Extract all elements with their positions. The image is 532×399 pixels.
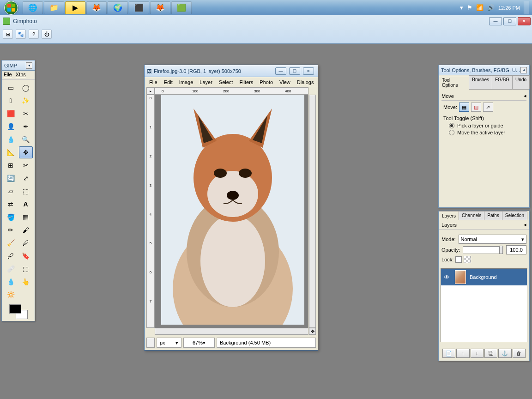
toolbox-menu-xtns[interactable]: Xtns [16, 72, 26, 79]
measure-tool[interactable]: 📐 [4, 146, 18, 158]
lower-layer-button[interactable]: ↓ [471, 349, 484, 358]
taskbar-gimphoto-icon[interactable]: 🟩 [171, 1, 192, 14]
menu-image[interactable]: Image [176, 79, 196, 86]
scale-tool[interactable]: ⤢ [19, 172, 33, 184]
toolbox-menu-icon[interactable]: ◂ [26, 62, 32, 69]
tray-chevron-icon[interactable]: ▾ [460, 4, 463, 11]
perspective-tool[interactable]: ⬚ [19, 185, 33, 197]
clone-tool[interactable]: 🔖 [19, 250, 33, 262]
minimize-button[interactable]: — [489, 17, 502, 25]
menu-select[interactable]: Select [216, 79, 236, 86]
shear-tool[interactable]: ▱ [4, 185, 18, 197]
crop-tool[interactable]: ✂ [19, 159, 33, 171]
vertical-ruler[interactable]: 0 1 2 3 4 5 6 7 [146, 95, 155, 328]
dodge-tool[interactable]: 🔆 [4, 289, 18, 301]
color-select-tool[interactable]: 🟥 [4, 108, 18, 120]
taskbar-firefox-icon[interactable]: 🦊 [86, 1, 107, 14]
layer-row[interactable]: 👁 Background [441, 269, 527, 285]
new-layer-button[interactable]: 📄 [442, 349, 455, 358]
mode-select[interactable]: Normal▾ [459, 235, 526, 244]
toolbar-btn-1[interactable]: ⊞ [3, 30, 13, 39]
unit-selector[interactable]: px▾ [157, 338, 181, 348]
tab-paths[interactable]: Paths [484, 211, 502, 220]
radio-pick-layer[interactable]: Pick a layer or guide [449, 123, 526, 128]
ellipse-select-tool[interactable]: ◯ [19, 82, 33, 94]
lock-alpha-icon[interactable] [464, 256, 471, 263]
layers-menu-icon[interactable]: ◂ [524, 222, 526, 228]
paths-tool[interactable]: ✒ [19, 121, 33, 133]
text-tool[interactable]: A [19, 198, 33, 210]
tool-options-titlebar[interactable]: Tool Options, Brushes, FG/BG, U... ◂ [439, 65, 529, 75]
taskbar-explorer-icon[interactable]: 📁 [44, 1, 64, 14]
scissors-tool[interactable]: ✂ [19, 108, 33, 120]
tab-fgbg[interactable]: FG/BG [492, 75, 513, 89]
toolbar-help-btn[interactable]: ? [29, 30, 39, 39]
toolbox-titlebar[interactable]: GIMP ◂ [2, 60, 35, 71]
anchor-layer-button[interactable]: ⚓ [498, 349, 511, 358]
toolbox-menu-file[interactable]: File [4, 72, 12, 79]
tray-network-icon[interactable]: 📶 [476, 4, 484, 11]
tab-channels[interactable]: Channels [459, 211, 484, 220]
menu-dialogs[interactable]: Dialogs [294, 79, 317, 86]
tab-undo[interactable]: Undo [512, 75, 530, 89]
smudge-tool[interactable]: 👆 [19, 276, 33, 288]
blend-tool[interactable]: ▦ [19, 211, 33, 223]
flip-tool[interactable]: ⇄ [4, 198, 18, 210]
tab-brushes[interactable]: Brushes [469, 75, 492, 89]
horizontal-scrollbar[interactable] [155, 328, 308, 335]
bucket-tool[interactable]: 🪣 [4, 211, 18, 223]
image-close-button[interactable]: ✕ [303, 67, 314, 75]
ruler-origin[interactable]: ▸ [146, 87, 155, 95]
pencil-tool[interactable]: ✏ [4, 224, 18, 236]
tray-volume-icon[interactable]: 🔊 [487, 4, 495, 11]
menu-file[interactable]: File [146, 79, 160, 86]
menu-photo[interactable]: Photo [257, 79, 276, 86]
taskbar-app2-icon[interactable]: 🦊 [150, 1, 170, 14]
tab-layers[interactable]: Layers [439, 212, 459, 220]
maximize-button[interactable]: ☐ [503, 17, 516, 25]
quickmask-toggle[interactable] [146, 338, 155, 348]
tab-selection[interactable]: Selection [502, 211, 527, 220]
toolbar-power-btn[interactable]: ⏻ [42, 30, 52, 39]
delete-layer-button[interactable]: 🗑 [513, 349, 526, 358]
radio-move-active[interactable]: Move the active layer [449, 130, 526, 135]
taskbar-mediaplayer-icon[interactable]: ▶ [65, 1, 85, 14]
opacity-slider[interactable] [463, 246, 503, 254]
duplicate-layer-button[interactable]: ⿻ [484, 349, 497, 358]
perspective-clone-tool[interactable]: ⬚ [19, 263, 33, 275]
tray-flag-icon[interactable]: ⚑ [467, 4, 472, 11]
eraser-tool[interactable]: 🧹 [4, 237, 18, 249]
canvas[interactable] [155, 95, 308, 328]
panel-menu-icon[interactable]: ◂ [520, 67, 527, 73]
vertical-scrollbar[interactable] [309, 95, 316, 328]
visibility-icon[interactable]: 👁 [444, 274, 451, 281]
toolbar-btn-2[interactable]: 🐾 [16, 30, 26, 39]
menu-edit[interactable]: Edit [161, 79, 175, 86]
taskbar-ie-icon[interactable]: 🌐 [23, 1, 43, 14]
start-button[interactable] [0, 0, 22, 15]
blur-tool[interactable]: 💧 [4, 276, 18, 288]
image-maximize-button[interactable]: ☐ [289, 67, 300, 75]
move-tool[interactable]: ✥ [19, 146, 33, 158]
lock-pixels-checkbox[interactable] [455, 256, 462, 263]
color-picker-tool[interactable]: 💧 [4, 133, 18, 145]
airbrush-tool[interactable]: 🖊 [19, 237, 33, 249]
menu-layer[interactable]: Layer [197, 79, 215, 86]
taskbar-chrome-icon[interactable]: 🌍 [108, 1, 128, 14]
menu-view[interactable]: View [277, 79, 293, 86]
zoom-selector[interactable]: 67% ▾ [183, 338, 215, 348]
foreground-color[interactable] [9, 304, 21, 314]
opacity-value[interactable]: 100.0 [506, 245, 526, 254]
taskbar-clock[interactable]: 12:26 PM [498, 5, 520, 11]
menu-filters[interactable]: Filters [236, 79, 256, 86]
horizontal-ruler[interactable]: 0 100 200 300 400 [155, 87, 308, 95]
zoom-tool[interactable]: 🔍 [19, 133, 33, 145]
image-minimize-button[interactable]: — [275, 67, 286, 75]
section-menu-icon[interactable]: ◂ [524, 93, 526, 99]
move-selection-icon[interactable]: ▨ [471, 103, 481, 112]
navigation-icon[interactable]: ✥ [309, 328, 316, 335]
heal-tool[interactable]: 🩹 [4, 263, 18, 275]
taskbar-app-icon[interactable]: ⬛ [129, 1, 149, 14]
move-layer-icon[interactable]: ▦ [459, 103, 469, 112]
paintbrush-tool[interactable]: 🖌 [19, 224, 33, 236]
